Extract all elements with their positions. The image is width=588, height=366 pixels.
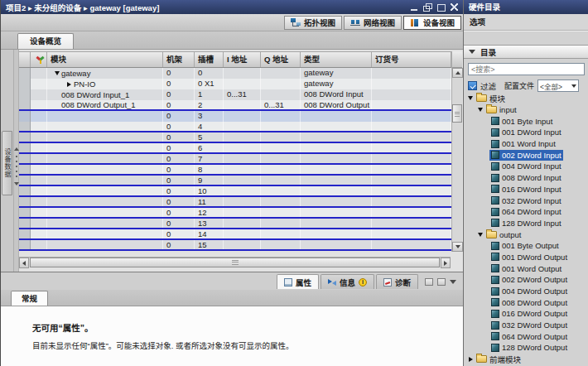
expander-icon[interactable] xyxy=(476,233,484,237)
view-button[interactable]: 网络视图 xyxy=(344,16,402,30)
tab-general[interactable]: 常规 xyxy=(11,291,48,306)
profile-select[interactable]: <全部> xyxy=(537,79,579,92)
column-header-order-no[interactable]: 订货号 xyxy=(372,52,451,67)
cell-order-no xyxy=(372,89,451,100)
tab-device-overview[interactable]: 设备概览 xyxy=(17,33,74,49)
scroll-up-icon[interactable] xyxy=(452,68,463,78)
module-icon xyxy=(491,128,499,137)
inspector-tab[interactable]: 诊断 xyxy=(376,274,418,289)
catalog-tree-item[interactable]: 004 DWord Output xyxy=(464,286,588,297)
inspector-tab[interactable]: 信息 i xyxy=(321,274,374,289)
header-filter-cell[interactable] xyxy=(31,52,47,67)
horizontal-scroll-thumb[interactable] xyxy=(30,258,440,267)
table-row[interactable]: 0 10 xyxy=(19,186,451,197)
column-header-i-address[interactable]: I 地址 xyxy=(224,52,261,67)
view-button[interactable]: 设备视图 xyxy=(403,16,461,30)
column-header-slot[interactable]: 插槽 xyxy=(195,52,224,67)
table-row[interactable]: 008 DWord Output_1 0 2 0...31 008 DWord … xyxy=(19,100,451,111)
minimize-icon[interactable] xyxy=(409,3,419,12)
catalog-tree-item[interactable]: 001 Byte Output xyxy=(464,240,588,252)
catalog-tree-item[interactable]: 064 DWord Output xyxy=(464,330,588,342)
table-row[interactable]: gateway 0 0 gateway xyxy=(19,68,451,79)
catalog-tree-item[interactable]: 008 DWord Output xyxy=(464,296,588,308)
expander-icon[interactable] xyxy=(52,71,61,75)
table-row[interactable]: 0 4 xyxy=(19,122,451,132)
cell-module xyxy=(47,229,163,238)
catalog-tree-item[interactable]: 001 Byte Input xyxy=(464,115,588,127)
column-header-module[interactable]: 模块 xyxy=(47,52,163,67)
catalog-tree-item[interactable]: 001 DWord Output xyxy=(464,252,588,263)
table-row[interactable]: 0 5 xyxy=(19,132,451,143)
column-header-q-address[interactable]: Q 地址 xyxy=(261,52,301,67)
cell-rack: 0 xyxy=(163,154,195,163)
cell-slot: 0 xyxy=(195,68,224,79)
catalog-tree-item[interactable]: input xyxy=(464,104,588,116)
table-row[interactable]: 0 8 xyxy=(19,165,451,176)
splitter-grip[interactable] xyxy=(16,156,17,177)
view-button[interactable]: 拓扑视图 xyxy=(284,16,342,30)
maximize-icon[interactable] xyxy=(436,3,446,12)
expander-icon[interactable] xyxy=(65,82,74,87)
expander-icon[interactable] xyxy=(476,108,484,112)
catalog-tree-item[interactable]: 模块 xyxy=(464,93,588,104)
column-header-rack[interactable]: 机架 xyxy=(163,52,195,67)
catalog-section-header[interactable]: 目录 xyxy=(464,45,588,59)
close-icon[interactable] xyxy=(449,3,459,12)
catalog-tree-item[interactable]: 016 DWord Output xyxy=(464,308,588,320)
catalog-tree-item[interactable]: 128 DWord Input xyxy=(464,218,588,229)
table-row[interactable]: 0 11 xyxy=(19,197,451,208)
catalog-tree-item[interactable]: 016 DWord Input xyxy=(464,184,588,195)
catalog-tree-item[interactable]: 032 DWord Output xyxy=(464,320,588,331)
cell-order-no xyxy=(372,143,451,152)
table-row[interactable]: 0 13 xyxy=(19,219,451,229)
catalog-tree-item[interactable]: 032 DWord Input xyxy=(464,195,588,206)
folder-icon xyxy=(486,231,497,238)
chevron-down-icon[interactable] xyxy=(450,280,456,284)
catalog-tree-item[interactable]: 064 DWord Input xyxy=(464,206,588,218)
catalog-tree-item[interactable]: 前端模块 xyxy=(464,354,588,365)
table-row[interactable]: 008 DWord Input_1 0 1 0...31 008 DWord I… xyxy=(19,89,451,100)
expander-icon[interactable] xyxy=(466,96,475,100)
catalog-tree-item[interactable]: 128 DWord Output xyxy=(464,342,588,354)
catalog-tree-item[interactable]: 001 DWord Input xyxy=(464,127,588,138)
filter-checkbox[interactable] xyxy=(468,81,477,90)
float-panel-icon[interactable] xyxy=(425,278,433,286)
catalog-tree-item[interactable]: 002 DWord Output xyxy=(464,274,588,286)
hardware-catalog-panel: 硬件目录 选项 目录 过滤 配置文件 <全部> 模块 i xyxy=(463,0,588,366)
cell-order-no xyxy=(372,68,451,79)
general-tab-strip: 常规 xyxy=(1,290,463,306)
table-row[interactable]: 0 3 xyxy=(19,111,451,122)
table-row[interactable]: 0 14 xyxy=(19,229,451,240)
vertical-scrollbar[interactable] xyxy=(451,51,462,252)
restore-icon[interactable] xyxy=(422,3,432,12)
table-row[interactable]: 0 7 xyxy=(19,154,451,165)
horizontal-scrollbar[interactable] xyxy=(19,257,451,267)
catalog-tree-item[interactable]: 001 Word Input xyxy=(464,138,588,150)
table-row[interactable]: 0 12 xyxy=(19,208,451,219)
catalog-options-label[interactable]: 选项 xyxy=(464,14,588,31)
table-row[interactable]: 0 15 xyxy=(19,240,451,251)
catalog-tree-item[interactable]: 001 Word Output xyxy=(464,262,588,274)
scroll-down-icon[interactable] xyxy=(452,242,463,252)
inspector-tab-label: 诊断 xyxy=(395,277,411,288)
inspector-tab[interactable]: 属性 xyxy=(277,274,319,289)
table-row[interactable]: PN-IO 0 0 X1 gateway xyxy=(19,79,451,89)
column-header-type[interactable]: 类型 xyxy=(301,52,372,67)
table-row[interactable]: 0 9 xyxy=(19,176,451,186)
expander-icon[interactable] xyxy=(466,357,475,362)
catalog-tree-item[interactable]: 004 DWord Input xyxy=(464,161,588,172)
scroll-right-icon[interactable] xyxy=(441,258,451,268)
cell-type xyxy=(301,219,372,228)
catalog-tree-item[interactable]: 008 DWord Input xyxy=(464,172,588,184)
scroll-left-icon[interactable] xyxy=(19,258,29,268)
cell-type xyxy=(301,165,372,174)
table-row[interactable]: 0 6 xyxy=(19,143,451,154)
search-input[interactable] xyxy=(468,63,585,75)
left-pane-vertical-tab[interactable]: 设备数据 xyxy=(2,131,12,195)
collapse-panel-icon[interactable] xyxy=(437,278,446,286)
catalog-tree-item[interactable]: 002 DWord Input xyxy=(464,149,588,161)
module-icon xyxy=(491,208,499,216)
catalog-tree-item[interactable]: output xyxy=(464,229,588,240)
cell-q-address xyxy=(261,111,301,122)
vertical-scroll-thumb[interactable] xyxy=(452,104,462,123)
